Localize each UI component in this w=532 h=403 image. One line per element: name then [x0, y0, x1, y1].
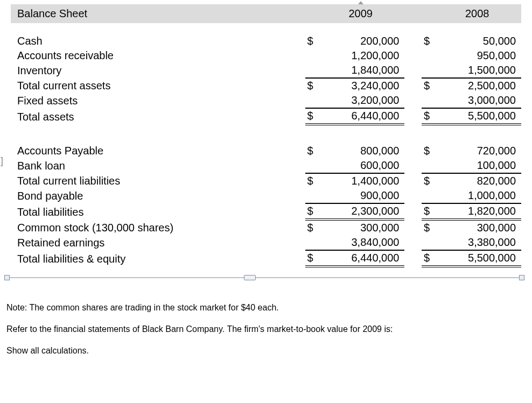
currency-symbol: $ [305, 203, 320, 220]
currency-symbol: $ [305, 78, 320, 93]
balance-sheet-container: ] Balance Sheet 2009 2008 Cash $ 200,000… [11, 0, 521, 267]
row-label: Total liabilities [11, 203, 305, 220]
table-row: Common stock (130,000 shares) $ 300,000 … [11, 220, 521, 235]
row-value: 3,000,000 [436, 93, 521, 108]
row-value: 800,000 [320, 144, 405, 158]
row-label: Inventory [11, 63, 305, 78]
row-value: 1,820,000 [436, 203, 521, 220]
row-label: Total liabilities & equity [11, 250, 305, 266]
table-row: Total current liabilities $ 1,400,000 $ … [11, 173, 521, 188]
row-label: Fixed assets [11, 93, 305, 108]
row-label: Accounts Payable [11, 144, 305, 158]
currency-symbol: $ [422, 220, 436, 235]
row-label: Common stock (130,000 shares) [11, 220, 305, 235]
currency-symbol: $ [305, 34, 320, 48]
row-label: Bank loan [11, 158, 305, 173]
row-value: 200,000 [320, 34, 405, 48]
row-value: 1,400,000 [320, 173, 405, 188]
scrollbar-track [6, 277, 522, 278]
table-row: Total liabilities & equity $ 6,440,000 $… [11, 250, 521, 266]
table-row: Fixed assets 3,200,000 3,000,000 [11, 93, 521, 108]
table-row: Total liabilities $ 2,300,000 $ 1,820,00… [11, 203, 521, 220]
row-value: 2,500,000 [436, 78, 521, 93]
row-value: 100,000 [436, 158, 521, 173]
currency-symbol: $ [305, 173, 320, 188]
row-label: Total assets [11, 108, 305, 124]
row-value: 1,200,000 [320, 48, 405, 63]
row-value: 6,440,000 [320, 250, 405, 266]
note-text: Note: The common shares are trading in t… [6, 303, 526, 313]
row-value: 3,200,000 [320, 93, 405, 108]
table-row: Total assets $ 6,440,000 $ 5,500,000 [11, 108, 521, 124]
currency-symbol: $ [305, 220, 320, 235]
row-label: Total current liabilities [11, 173, 305, 188]
balance-sheet-table: Balance Sheet 2009 2008 Cash $ 200,000 $… [11, 0, 521, 267]
question-text: Refer to the financial statements of Bla… [6, 324, 526, 334]
header-year-1: 2009 [320, 4, 405, 23]
row-value: 2,300,000 [320, 203, 405, 220]
scrollbar-cap-left [4, 275, 10, 280]
table-row: Inventory 1,840,000 1,500,000 [11, 63, 521, 78]
table-row: Cash $ 200,000 $ 50,000 [11, 34, 521, 48]
table-row: Retained earnings 3,840,000 3,380,000 [11, 235, 521, 250]
row-value: 1,000,000 [436, 188, 521, 203]
currency-symbol: $ [422, 173, 436, 188]
header-title: Balance Sheet [11, 4, 305, 23]
row-label: Cash [11, 34, 305, 48]
notes-section: Note: The common shares are trading in t… [6, 303, 526, 356]
table-header-row: Balance Sheet 2009 2008 [11, 4, 521, 23]
row-value: 820,000 [436, 173, 521, 188]
table-row: Total current assets $ 3,240,000 $ 2,500… [11, 78, 521, 93]
row-value: 5,500,000 [436, 108, 521, 124]
table-row: Bond payable 900,000 1,000,000 [11, 188, 521, 203]
table-row: Accounts receivable 1,200,000 950,000 [11, 48, 521, 63]
row-value: 50,000 [436, 34, 521, 48]
row-value: 720,000 [436, 144, 521, 158]
row-value: 300,000 [436, 220, 521, 235]
row-label: Total current assets [11, 78, 305, 93]
currency-symbol: $ [422, 78, 436, 93]
currency-symbol: $ [305, 250, 320, 266]
table-row: Accounts Payable $ 800,000 $ 720,000 [11, 144, 521, 158]
currency-symbol: $ [422, 108, 436, 124]
row-value: 3,380,000 [436, 235, 521, 250]
row-value: 1,840,000 [320, 63, 405, 78]
table-row: Bank loan 600,000 100,000 [11, 158, 521, 173]
currency-symbol: $ [422, 144, 436, 158]
currency-symbol: $ [422, 203, 436, 220]
row-value: 600,000 [320, 158, 405, 173]
currency-symbol: $ [305, 144, 320, 158]
instruction-text: Show all calculations. [6, 346, 526, 356]
row-value: 3,840,000 [320, 235, 405, 250]
row-value: 3,240,000 [320, 78, 405, 93]
horizontal-scrollbar[interactable] [6, 275, 522, 282]
scrollbar-thumb[interactable] [244, 275, 256, 280]
row-label: Accounts receivable [11, 48, 305, 63]
row-value: 1,500,000 [436, 63, 521, 78]
row-value: 6,440,000 [320, 108, 405, 124]
header-year-2: 2008 [436, 4, 521, 23]
row-label: Retained earnings [11, 235, 305, 250]
row-value: 950,000 [436, 48, 521, 63]
row-label: Bond payable [11, 188, 305, 203]
scrollbar-cap-right [519, 275, 524, 280]
row-value: 5,500,000 [436, 250, 521, 266]
row-value: 300,000 [320, 220, 405, 235]
currency-symbol: $ [422, 250, 436, 266]
row-value: 900,000 [320, 188, 405, 203]
bracket-decoration: ] [1, 156, 3, 166]
currency-symbol: $ [305, 108, 320, 124]
currency-symbol: $ [422, 34, 436, 48]
